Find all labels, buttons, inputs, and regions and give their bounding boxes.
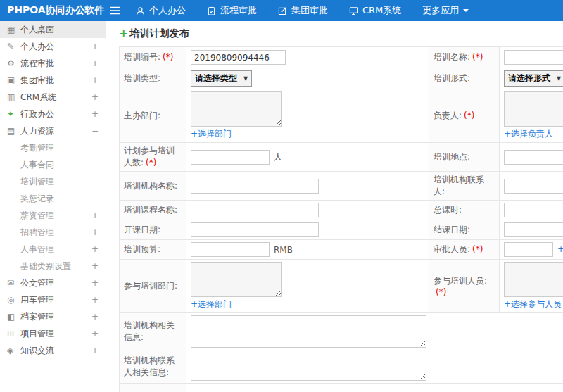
field-label: 培训预算: <box>124 244 160 254</box>
sidebar-item-recruitment[interactable]: 招聘管理 + <box>0 224 106 241</box>
topbar: PHPOA协同办公软件 个人办公 流程审批 集团审批 CRM系统 更多应用 <box>0 0 563 21</box>
sidebar-item-base-category[interactable]: 基础类别设置 + <box>0 258 106 274</box>
sidebar-item-group-approval[interactable]: ▣ 集团审批 + <box>0 72 106 89</box>
sidebar-item-personal-office[interactable]: ✎ 个人办公 + <box>0 38 106 55</box>
end-date-input[interactable] <box>504 222 563 237</box>
total-hours-input[interactable] <box>504 203 563 217</box>
field-label: 培训名称: <box>434 52 470 62</box>
select-approver-link[interactable]: +选择审批人员 <box>557 244 563 254</box>
expand-icon: + <box>91 295 99 305</box>
diamond-icon: ◈ <box>7 346 20 355</box>
expand-icon: + <box>91 261 99 271</box>
sidebar-item-hr-contract[interactable]: 人事合同 <box>0 156 106 173</box>
wheel-icon: ◎ <box>7 295 20 305</box>
sidebar-item-desktop[interactable]: ▦ 个人桌面 <box>0 21 106 38</box>
field-label: 培训类型: <box>124 73 160 83</box>
required-mark: (*) <box>472 52 483 62</box>
nav-label: 个人办公 <box>149 4 186 17</box>
select-department-link[interactable]: +选择部门 <box>191 129 232 139</box>
participating-departments-textarea[interactable] <box>191 262 282 297</box>
book-icon: ▤ <box>7 126 20 136</box>
start-date-input[interactable] <box>191 222 319 237</box>
pencil-icon: ✎ <box>7 42 20 51</box>
hamburger-icon <box>110 6 121 15</box>
star-icon: ✦ <box>7 109 20 119</box>
expand-icon: + <box>91 42 99 51</box>
nav-personal-office[interactable]: 个人办公 <box>125 0 196 21</box>
expand-icon: + <box>91 227 99 237</box>
form-row: 培训预算: RMB 审批人员:(*) +选择审批人员 <box>120 240 563 260</box>
stamp-icon: ▣ <box>7 75 20 85</box>
approver-input[interactable] <box>504 242 553 257</box>
required-mark: (*) <box>146 158 156 167</box>
institution-contact-input[interactable] <box>504 179 563 194</box>
required-mark: (*) <box>464 110 474 120</box>
gear-icon: ⚙ <box>7 58 20 68</box>
select-leader-link[interactable]: +选择负责人 <box>504 129 553 139</box>
training-location-input[interactable] <box>504 150 563 165</box>
select-department-link[interactable]: +选择部门 <box>191 299 232 309</box>
training-type-select[interactable]: 请选择类型 <box>191 70 252 87</box>
app-logo: PHPOA协同办公软件 <box>0 4 106 17</box>
form-row: 培训机构相关信息: <box>120 313 563 350</box>
participants-textarea[interactable] <box>504 262 563 297</box>
leader-textarea[interactable] <box>504 91 563 127</box>
field-label: 负责人: <box>434 110 462 120</box>
sidebar-item-hr[interactable]: ▤ 人力资源 − <box>0 122 106 139</box>
page-title-text: 培训计划发布 <box>129 27 189 40</box>
nav-crm-system[interactable]: CRM系统 <box>339 0 412 21</box>
expand-icon: + <box>91 75 99 85</box>
select-participants-link[interactable]: +选择参与人员 <box>504 299 562 309</box>
nav-label: 更多应用 <box>422 4 459 17</box>
institution-contact-info-textarea[interactable] <box>191 353 426 381</box>
expand-icon: + <box>91 109 99 119</box>
sidebar-item-document[interactable]: ✉ 公文管理 + <box>0 274 106 291</box>
form-row: 培训要求: <box>120 384 563 392</box>
sidebar-item-personnel[interactable]: 人事管理 + <box>0 241 106 258</box>
sidebar-item-attendance[interactable]: 考勤管理 <box>0 139 106 156</box>
field-label: 培训机构名称: <box>124 181 177 191</box>
course-name-input[interactable] <box>191 203 319 217</box>
nav-workflow-approval[interactable]: 流程审批 <box>196 0 267 21</box>
planned-participants-input[interactable] <box>191 150 270 165</box>
expand-icon: + <box>91 346 99 355</box>
chevron-down-icon <box>463 9 469 15</box>
menu-toggle-button[interactable] <box>106 0 125 21</box>
expand-icon: + <box>91 278 99 288</box>
field-label: 总课时: <box>434 205 462 215</box>
sidebar-item-knowledge[interactable]: ◈ 知识交流 + <box>0 342 106 359</box>
host-department-textarea[interactable] <box>191 91 282 127</box>
sidebar-item-vehicle[interactable]: ◎ 用车管理 + <box>0 291 106 308</box>
training-form-select[interactable]: 请选择形式 <box>504 70 563 87</box>
sidebar-item-reward-punishment[interactable]: 奖惩记录 <box>0 190 106 207</box>
institution-name-input[interactable] <box>191 179 319 194</box>
nav-group-approval[interactable]: 集团审批 <box>267 0 339 21</box>
field-label: 结课日期: <box>434 225 470 234</box>
sidebar-item-salary[interactable]: 薪资管理 + <box>0 207 106 224</box>
expand-icon: + <box>91 210 99 220</box>
sidebar-item-training[interactable]: 培训管理 <box>0 173 106 190</box>
workflow-icon <box>207 6 216 15</box>
nav-more-apps[interactable]: 更多应用 <box>412 0 479 21</box>
training-no-input[interactable] <box>191 50 286 65</box>
top-nav: 个人办公 流程审批 集团审批 CRM系统 更多应用 <box>125 0 479 21</box>
form-row: 培训课程名称: 总课时: <box>120 201 563 220</box>
desktop-icon: ▦ <box>7 25 20 34</box>
form-row: 主办部门: +选择部门 负责人:(*) +选择负责人 <box>120 89 563 143</box>
training-name-input[interactable] <box>504 50 563 65</box>
field-label: 开课日期: <box>124 225 160 234</box>
institution-info-textarea[interactable] <box>191 315 426 348</box>
monitor-icon: ▥ <box>7 92 20 102</box>
sidebar-item-project[interactable]: ⊞ 项目管理 + <box>0 325 106 342</box>
budget-input[interactable] <box>191 242 270 257</box>
sidebar-item-workflow-approval[interactable]: ⚙ 流程审批 + <box>0 55 106 72</box>
field-label: 审批人员: <box>434 244 470 254</box>
sidebar-item-archive[interactable]: ◧ 档案管理 + <box>0 308 106 325</box>
expand-icon: + <box>91 244 99 254</box>
training-requirements-textarea[interactable] <box>191 386 426 392</box>
field-label: 参与培训部门: <box>124 281 177 291</box>
sidebar-item-crm[interactable]: ▥ CRM系统 + <box>0 89 106 106</box>
sidebar-item-admin-office[interactable]: ✦ 行政办公 + <box>0 106 106 122</box>
envelope-icon: ✉ <box>7 278 20 288</box>
field-label: 培训课程名称: <box>124 205 177 215</box>
